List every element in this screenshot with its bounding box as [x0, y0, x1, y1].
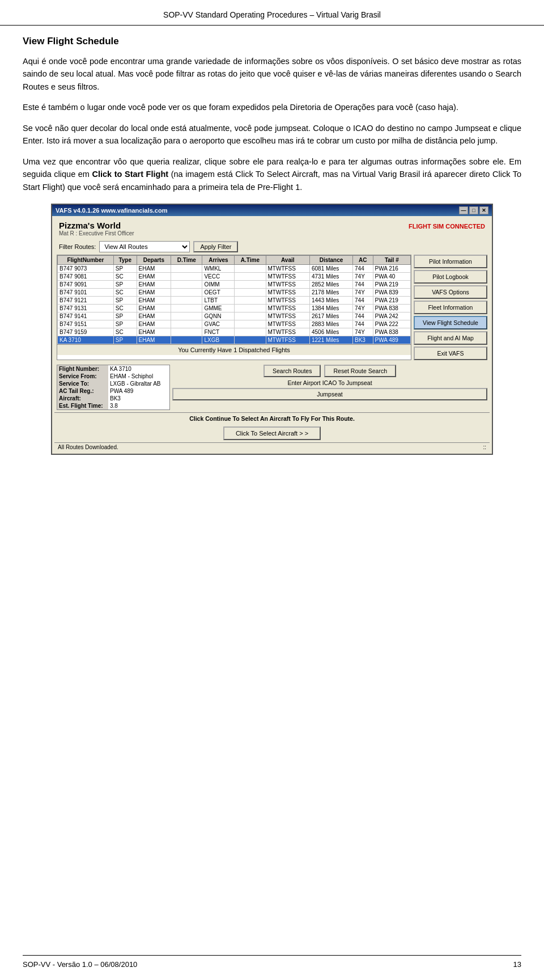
flight-info-value: BK3 — [108, 395, 169, 402]
table-row[interactable]: B747 9073SPEHAMWMKLMTWTFSS6081 Miles744P… — [58, 265, 411, 273]
table-row[interactable]: B747 9141SPEHAMGQNNMTWTFSS2617 Miles744P… — [58, 312, 411, 320]
flight-info-label: Service To: — [57, 380, 108, 387]
filter-label: Filter Routes: — [59, 243, 96, 250]
body-paragraph-2: Este é também o lugar onde você pode ver… — [23, 101, 521, 113]
app-brand: Pizzma's World — [59, 221, 134, 230]
flight-info-table: Flight Number:KA 3710Service From:EHAM -… — [57, 365, 169, 409]
apply-filter-button[interactable]: Apply Filter — [193, 241, 238, 252]
app-inner: Pizzma's World Mat R : Executive First O… — [52, 216, 492, 454]
table-header-row: FlightNumber Type Departs D.Time Arrives… — [58, 256, 411, 265]
title-bar: VAFS v4.0.1.26 www.vafinancials.com — □ … — [52, 205, 492, 216]
nav-exit-vafs[interactable]: Exit VAFS — [414, 347, 487, 360]
body-paragraph-3: Se você não quer decolar do local onde e… — [23, 122, 521, 147]
flight-info-tbody: Flight Number:KA 3710Service From:EHAM -… — [57, 365, 169, 409]
table-row[interactable]: B747 9101SCEHAMOEGTMTWTFSS2178 Miles74YP… — [58, 289, 411, 297]
col-distance: Distance — [310, 256, 353, 265]
dispatched-bar: You Currently Have 1 Dispatched Flights — [57, 344, 411, 355]
brand-info: Pizzma's World Mat R : Executive First O… — [59, 221, 134, 236]
table-row[interactable]: B747 9091SPEHAMOIMMMTWTFSS2852 Miles744P… — [58, 281, 411, 289]
app-subtitle: Mat R : Executive First Officer — [59, 230, 134, 236]
table-header: FlightNumber Type Departs D.Time Arrives… — [58, 256, 411, 265]
main-area: FlightNumber Type Departs D.Time Arrives… — [54, 255, 490, 362]
header-title: SOP-VV Standard Operating Procedures – V… — [163, 10, 381, 19]
nav-vafs-options[interactable]: VAFS Options — [414, 285, 487, 299]
body-paragraph-1: Aqui é onde você pode encontrar uma gran… — [23, 55, 521, 93]
flight-sim-status: FLIGHT SIM CONNECTED — [409, 223, 485, 230]
jumpseat-label: Enter Airport ICAO To Jumpseat — [172, 379, 487, 386]
status-bar: All Routes Downloaded. :: — [54, 442, 490, 451]
jumpseat-area: Enter Airport ICAO To Jumpseat Jumpseat — [172, 379, 487, 400]
flight-info-value: 3.8 — [108, 402, 169, 409]
title-bar-text: VAFS v4.0.1.26 www.vafinancials.com — [56, 207, 167, 214]
filter-select[interactable]: View All Routes — [99, 241, 190, 252]
reset-route-search-button[interactable]: Reset Route Search — [324, 365, 396, 377]
flight-info-label: Service From: — [57, 373, 108, 380]
status-resize: :: — [483, 444, 486, 450]
title-bar-buttons: — □ ✕ — [459, 206, 488, 214]
flight-info-row: Service To:LXGB - Gibraltar AB — [57, 380, 169, 387]
nav-pilot-information[interactable]: Pilot Information — [414, 255, 487, 268]
flight-info-row: Aircraft:BK3 — [57, 395, 169, 402]
flight-info-label: Aircraft: — [57, 395, 108, 402]
table-row[interactable]: B747 9151SPEHAMGVACMTWTFSS2883 Miles744P… — [58, 320, 411, 328]
main-content: View Flight Schedule Aqui é onde você po… — [0, 36, 544, 455]
flights-table-section: FlightNumber Type Departs D.Time Arrives… — [57, 255, 411, 360]
section-title: View Flight Schedule — [23, 36, 521, 47]
flight-info-label: AC Tail Reg.: — [57, 387, 108, 395]
flight-info-value: LXGB - Gibraltar AB — [108, 380, 169, 387]
table-row[interactable]: B747 9081SCEHAMVECCMTWTFSS4731 Miles74YP… — [58, 273, 411, 281]
table-row[interactable]: B747 9121SPEHAMLTBTMTWTFSS1443 Miles744P… — [58, 297, 411, 305]
vafs-screenshot: VAFS v4.0.1.26 www.vafinancials.com — □ … — [51, 204, 493, 455]
table-row[interactable]: KA 3710SPEHAMLXGBMTWTFSS1221 MilesBK3PWA… — [58, 336, 411, 344]
flights-tbody: B747 9073SPEHAMWMKLMTWTFSS6081 Miles744P… — [58, 265, 411, 344]
col-avail: Avail — [266, 256, 309, 265]
nav-fleet-information[interactable]: Fleet Information — [414, 301, 487, 314]
col-flight-number: FlightNumber — [58, 256, 114, 265]
flight-info-row: AC Tail Reg.:PWA 489 — [57, 387, 169, 395]
body-paragraph-4: Uma vez que encontrar vôo que queria rea… — [23, 155, 521, 193]
status-text: All Routes Downloaded. — [58, 444, 118, 450]
col-tail: Tail # — [373, 256, 410, 265]
col-dtime: D.Time — [171, 256, 202, 265]
close-button[interactable]: ✕ — [479, 206, 488, 214]
page-header: SOP-VV Standard Operating Procedures – V… — [0, 0, 544, 26]
footer-right: 13 — [513, 960, 521, 969]
col-type: Type — [113, 256, 137, 265]
col-departs: Departs — [137, 256, 171, 265]
nav-section: Pilot Information Pilot Logbook VAFS Opt… — [414, 255, 487, 360]
flight-info-row: Flight Number:KA 3710 — [57, 365, 169, 373]
flight-info-value: PWA 489 — [108, 387, 169, 395]
flight-info-row: Est. Flight Time:3.8 — [57, 402, 169, 409]
col-atime: A.Time — [235, 256, 266, 265]
bold-phrase: Click to Start Flight — [92, 170, 169, 179]
col-arrives: Arrives — [202, 256, 235, 265]
table-row[interactable]: B747 9159SCEHAMFNCTMTWTFSS4506 Miles74YP… — [58, 328, 411, 336]
select-aircraft-button[interactable]: Click To Select Aircraft > > — [223, 426, 321, 440]
jumpseat-button[interactable]: Jumpseat — [172, 388, 487, 400]
nav-flight-ai-map[interactable]: Flight and AI Map — [414, 331, 487, 345]
search-routes-button[interactable]: Search Routes — [264, 365, 321, 377]
routes-buttons: Search Routes Reset Route Search — [172, 365, 487, 377]
continue-message: Click Continue To Select An Aircraft To … — [54, 412, 490, 424]
page-footer: SOP-VV - Versão 1.0 – 06/08/2010 13 — [23, 955, 521, 969]
minimize-button[interactable]: — — [459, 206, 468, 214]
flight-info-value: EHAM - Schiphol — [108, 373, 169, 380]
app-top: Pizzma's World Mat R : Executive First O… — [54, 218, 490, 239]
footer-left: SOP-VV - Versão 1.0 – 06/08/2010 — [23, 960, 137, 969]
flight-info-value: KA 3710 — [108, 365, 169, 373]
filter-row: Filter Routes: View All Routes Apply Fil… — [54, 239, 490, 255]
maximize-button[interactable]: □ — [469, 206, 478, 214]
right-bottom: Search Routes Reset Route Search Enter A… — [172, 365, 487, 410]
flight-info-label: Flight Number: — [57, 365, 108, 373]
nav-pilot-logbook[interactable]: Pilot Logbook — [414, 270, 487, 284]
flight-info-label: Est. Flight Time: — [57, 402, 108, 409]
table-row[interactable]: B747 9131SCEHAMGMMEMTWTFSS1384 Miles74YP… — [58, 305, 411, 312]
flights-table: FlightNumber Type Departs D.Time Arrives… — [57, 255, 411, 344]
table-scroll-area[interactable]: FlightNumber Type Departs D.Time Arrives… — [57, 255, 411, 344]
flight-info-row: Service From:EHAM - Schiphol — [57, 373, 169, 380]
nav-view-flight-schedule[interactable]: View Flight Schedule — [414, 316, 487, 330]
flight-info-box: Flight Number:KA 3710Service From:EHAM -… — [57, 365, 170, 410]
col-ac: AC — [353, 256, 373, 265]
bottom-area: Flight Number:KA 3710Service From:EHAM -… — [54, 362, 490, 412]
